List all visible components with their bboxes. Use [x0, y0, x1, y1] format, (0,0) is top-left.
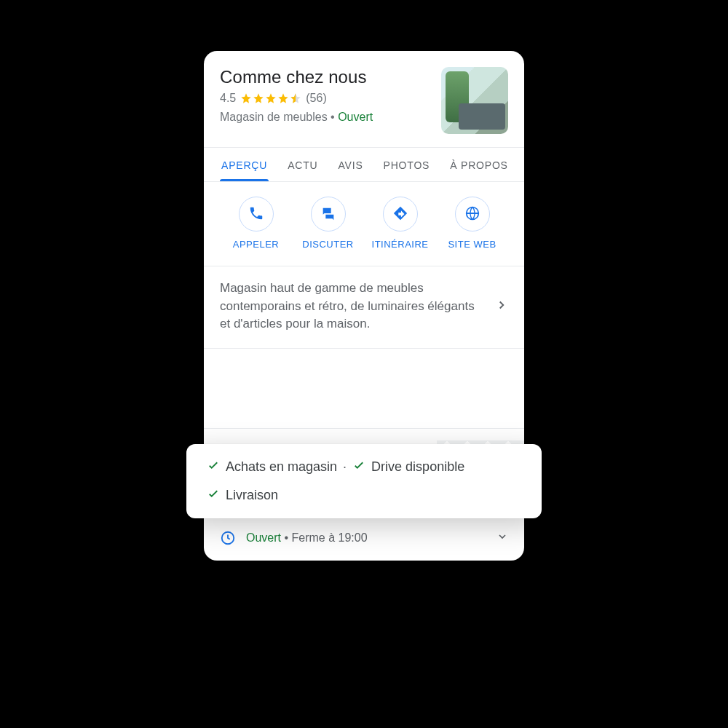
tab-reviews[interactable]: AVIS [328, 148, 373, 181]
business-category: Magasin de meubles [220, 111, 328, 123]
star-icon [240, 92, 252, 104]
star-icon [253, 92, 264, 104]
photo-count-badge: 56+ [486, 118, 504, 130]
star-rating [240, 92, 301, 104]
call-button[interactable]: APPELER [220, 197, 292, 250]
chat-icon [320, 205, 336, 223]
globe-icon [464, 205, 480, 223]
star-icon [265, 92, 277, 104]
chat-label: DISCUTER [302, 239, 353, 250]
directions-icon [392, 205, 408, 223]
check-icon [207, 487, 220, 504]
clock-icon [220, 530, 236, 546]
star-icon [277, 92, 289, 104]
directions-label: ITINÉRAIRE [372, 239, 429, 250]
phone-icon [248, 205, 264, 223]
call-label: APPELER [233, 239, 279, 250]
open-status: Ouvert [338, 111, 373, 123]
rating-value: 4.5 [220, 92, 236, 105]
description-row[interactable]: Magasin haut de gamme de meubles contemp… [204, 266, 524, 349]
tab-about[interactable]: À PROPOS [440, 148, 518, 181]
directions-button[interactable]: ITINÉRAIRE [364, 197, 436, 250]
chevron-right-icon [495, 298, 508, 314]
attribute-in-store: Achats en magasin [207, 459, 337, 475]
action-bar: APPELER DISCUTER ITINÉRAIRE SITE WEB [204, 182, 524, 266]
tab-updates[interactable]: ACTU [277, 148, 328, 181]
attributes-callout: Achats en magasin · Drive disponible Liv… [186, 444, 542, 518]
cover-photo[interactable]: 56+ [441, 67, 508, 134]
chat-button[interactable]: DISCUTER [292, 197, 364, 250]
hours-row[interactable]: Ouvert • Ferme à 19:00 [204, 517, 524, 561]
header: Comme chez nous 4.5 (56) Magasin de meub… [204, 51, 524, 147]
chevron-down-icon [496, 531, 508, 545]
tabs: APERÇU ACTU AVIS PHOTOS À PROPOS [204, 147, 524, 182]
business-description: Magasin haut de gamme de meubles contemp… [220, 280, 485, 333]
hours-status: Ouvert [246, 531, 281, 544]
category-row: Magasin de meubles • Ouvert [220, 111, 431, 124]
website-label: SITE WEB [448, 239, 496, 250]
star-half-icon [290, 92, 301, 104]
attributes-placeholder [204, 349, 524, 429]
business-title: Comme chez nous [220, 67, 431, 87]
check-icon [352, 459, 365, 475]
attribute-pickup: Drive disponible [352, 459, 464, 475]
tab-overview[interactable]: APERÇU [211, 148, 277, 181]
tab-photos[interactable]: PHOTOS [373, 148, 440, 181]
review-count: (56) [306, 92, 326, 105]
hours-closes: Ferme à 19:00 [292, 531, 368, 544]
rating-row[interactable]: 4.5 (56) [220, 92, 431, 105]
attribute-delivery: Livraison [207, 487, 521, 504]
check-icon [207, 459, 220, 475]
website-button[interactable]: SITE WEB [436, 197, 508, 250]
